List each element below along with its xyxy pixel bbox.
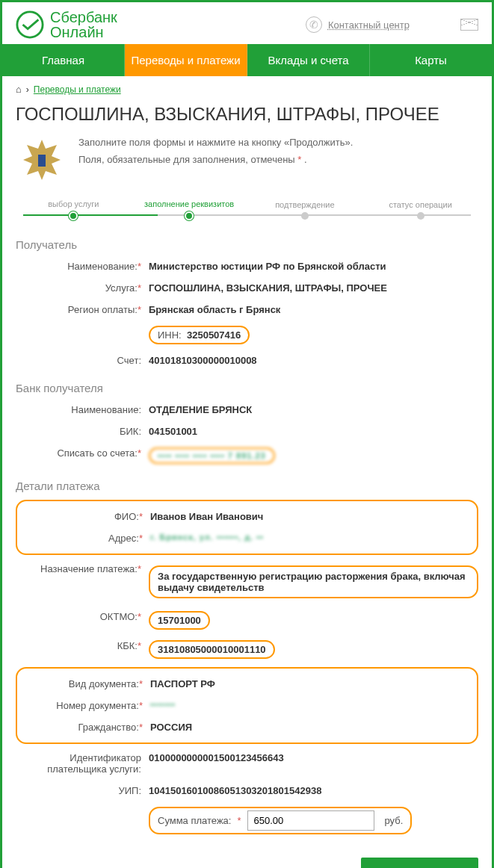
step-1: выбор услуги xyxy=(16,199,132,220)
breadcrumb-transfers[interactable]: Переводы и платежи xyxy=(34,84,121,95)
payer-id-value: 0100000000001500123456643 xyxy=(149,752,478,763)
page-title: ГОСПОШЛИНА, ВЗЫСКАНИЯ, ШТРАФЫ, ПРОЧЕЕ xyxy=(2,99,492,134)
continue-button[interactable]: Продолжить xyxy=(361,858,478,868)
kbk-highlight: 31810805000010001110 xyxy=(149,640,275,659)
section-details: Детали платежа xyxy=(16,469,478,497)
account-value: 40101810300000010008 xyxy=(149,355,478,366)
inn-highlight: ИНН: 3250507416 xyxy=(149,326,250,344)
fio-value: Иванов Иван Иванович xyxy=(150,511,477,522)
cancel-link[interactable]: Отменить xyxy=(300,866,348,869)
purpose-highlight: За государственную регистрацию расторжен… xyxy=(149,565,478,598)
sberbank-logo-icon xyxy=(16,10,44,39)
home-icon[interactable]: ⌂ xyxy=(16,84,22,95)
phone-icon[interactable]: ✆ xyxy=(306,16,322,33)
section-recipient: Получатель xyxy=(16,228,478,255)
oktmo-highlight: 15701000 xyxy=(149,611,210,630)
sum-input[interactable] xyxy=(247,810,374,831)
bank-name: ОТДЕЛЕНИЕ БРЯНСК xyxy=(149,404,478,415)
intro-line-1: Заполните поля формы и нажмите на кнопку… xyxy=(78,134,353,151)
address-value: г. Брянск, ул. ••••••, д. •• xyxy=(150,533,477,542)
region-value: Брянская область г Брянск xyxy=(149,304,478,315)
page-header: Сбербанк Онлайн ✆ Контактный центр xyxy=(2,2,492,44)
nav-transfers[interactable]: Переводы и платежи xyxy=(125,44,247,76)
nav-cards[interactable]: Карты xyxy=(370,44,492,76)
mail-icon[interactable] xyxy=(460,19,478,31)
service-value: ГОСПОШЛИНА, ВЗЫСКАНИЯ, ШТРАФЫ, ПРОЧЕЕ xyxy=(149,282,478,294)
breadcrumb: ⌂ › Переводы и платежи xyxy=(2,76,492,99)
from-account-select[interactable]: •••• •••• •••• •••• 7 891.23 xyxy=(149,447,275,464)
svg-point-0 xyxy=(17,12,43,37)
svg-rect-1 xyxy=(38,155,46,167)
fio-addr-highlight: ФИО:*Иванов Иван Иванович Адрес:*г. Брян… xyxy=(16,500,478,555)
emblem-icon xyxy=(16,134,68,186)
doc-type-value: ПАСПОРТ РФ xyxy=(150,678,477,689)
bik-value: 041501001 xyxy=(149,426,478,437)
brand-line-2: Онлайн xyxy=(50,25,117,40)
uip-value: 10415016010086051303201801542938 xyxy=(149,785,478,796)
recipient-name: Министерство юстиции РФ по Брянской обла… xyxy=(149,261,478,272)
citizenship-value: РОССИЯ xyxy=(150,722,477,733)
brand-line-1: Сбербанк xyxy=(50,10,117,25)
nav-main[interactable]: Главная xyxy=(2,44,125,76)
section-bank: Банк получателя xyxy=(16,371,478,399)
doc-number-value: ••••••• xyxy=(150,700,477,709)
step-3: подтверждение xyxy=(247,200,363,220)
nav-deposits[interactable]: Вклады и счета xyxy=(247,44,370,76)
main-nav: Главная Переводы и платежи Вклады и счет… xyxy=(2,44,492,76)
step-4: статус операции xyxy=(362,200,478,220)
document-block-highlight: Вид документа:*ПАСПОРТ РФ Номер документ… xyxy=(16,667,478,744)
contact-center-link[interactable]: Контактный центр xyxy=(328,19,410,31)
logo[interactable]: Сбербанк Онлайн xyxy=(16,10,117,40)
stepper: выбор услуги заполнение реквизитов подтв… xyxy=(2,193,492,228)
step-2: заполнение реквизитов xyxy=(132,199,247,220)
sum-highlight: Сумма платежа:* руб. xyxy=(149,807,412,834)
